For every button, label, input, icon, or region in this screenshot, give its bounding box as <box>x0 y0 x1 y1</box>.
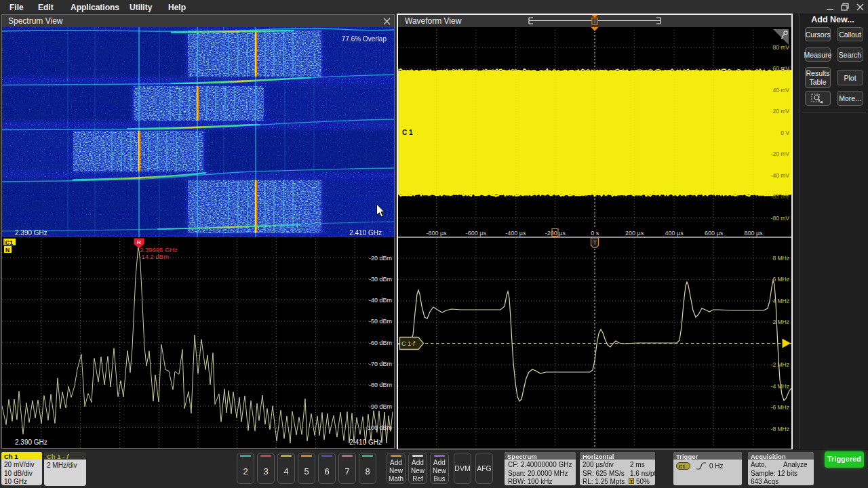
svg-text:20 mV: 20 mV <box>772 108 789 115</box>
svg-text:C 1: C 1 <box>402 129 413 136</box>
svg-text:-20 dBm: -20 dBm <box>369 255 392 262</box>
svg-text:77.6% Overlap: 77.6% Overlap <box>342 35 387 43</box>
svg-text:-20 mV: -20 mV <box>771 150 790 157</box>
svg-text:400 µs: 400 µs <box>665 230 684 237</box>
svg-text:-600 µs: -600 µs <box>466 230 487 237</box>
svg-text:-80 mV: -80 mV <box>771 215 790 222</box>
svg-text:2.410 GHz: 2.410 GHz <box>349 439 382 446</box>
svg-text:6 MHz: 6 MHz <box>772 276 789 283</box>
svg-text:-60 mV: -60 mV <box>771 193 790 200</box>
svg-text:-30 dBm: -30 dBm <box>369 276 392 283</box>
svg-text:2 MHz: 2 MHz <box>772 319 789 325</box>
svg-text:2.390 GHz: 2.390 GHz <box>15 229 47 237</box>
svg-text:R: R <box>137 239 141 245</box>
svg-text:-200 µs: -200 µs <box>545 230 566 237</box>
svg-text:0 s: 0 s <box>591 230 599 237</box>
svg-text:-400 µs: -400 µs <box>505 230 526 237</box>
svg-text:-800 µs: -800 µs <box>426 230 447 237</box>
svg-text:-80 dBm: -80 dBm <box>369 382 392 388</box>
svg-text:80 mV: 80 mV <box>772 44 789 51</box>
svg-text:-40 mV: -40 mV <box>771 172 790 179</box>
svg-text:0 V: 0 V <box>781 129 789 136</box>
svg-text:-50 dBm: -50 dBm <box>369 318 392 325</box>
svg-text:40 mV: 40 mV <box>772 87 789 94</box>
svg-text:-100 dBm: -100 dBm <box>366 424 392 431</box>
svg-text:-8 MHz: -8 MHz <box>771 426 789 432</box>
svg-text:-6 MHz: -6 MHz <box>771 404 789 411</box>
svg-text:200 µs: 200 µs <box>625 230 644 237</box>
svg-text:-14.2 dBm: -14.2 dBm <box>139 253 169 260</box>
svg-text:60 mV: 60 mV <box>772 65 789 72</box>
svg-text:N: N <box>5 247 9 253</box>
svg-text:-70 dBm: -70 dBm <box>369 361 392 367</box>
svg-text:-2 MHz: -2 MHz <box>771 361 789 368</box>
svg-text:8 MHz: 8 MHz <box>772 255 789 262</box>
svg-text:-90 dBm: -90 dBm <box>369 403 392 410</box>
svg-text:-40 dBm: -40 dBm <box>369 297 392 304</box>
svg-text:2.390 GHz: 2.390 GHz <box>15 439 47 446</box>
svg-text:-60 dBm: -60 dBm <box>369 340 392 346</box>
svg-text:600 µs: 600 µs <box>705 230 724 237</box>
svg-text:C1: C1 <box>5 239 13 246</box>
svg-text:T: T <box>593 239 596 246</box>
svg-text:800 µs: 800 µs <box>744 230 763 237</box>
svg-text:4 MHz: 4 MHz <box>772 298 789 304</box>
svg-text:T: T <box>593 18 597 24</box>
svg-text:-4 MHz: -4 MHz <box>771 383 789 390</box>
svg-text:2.410 GHz: 2.410 GHz <box>349 229 382 237</box>
svg-text:C 1-f: C 1-f <box>401 340 416 347</box>
